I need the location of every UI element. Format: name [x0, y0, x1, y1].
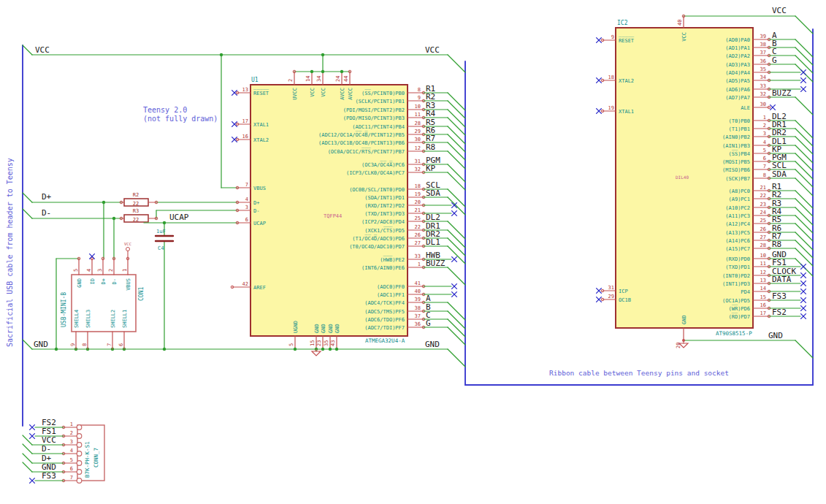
net-label[interactable]: G — [772, 56, 777, 65]
pin-name: SHELL3 — [85, 310, 91, 328]
net-label[interactable]: DL1 — [426, 237, 440, 247]
bus-entry — [795, 215, 813, 233]
pin-number: 13 — [760, 278, 766, 283]
pin-number: 11 — [415, 112, 421, 118]
pin-name: (T1/O̅C̅4̅D̅/ADC9)PD6 — [352, 234, 405, 241]
bus-entry — [23, 462, 32, 472]
bus-entry — [448, 238, 465, 256]
pin-name: (ADC6/TDO)PF6 — [364, 317, 405, 323]
junction-dot — [163, 221, 166, 224]
pin-number: 22 — [760, 193, 766, 199]
pin-name: UGND — [293, 321, 299, 333]
pin-name: (OC3A/O̅C̅4̅A̅)PC6 — [362, 161, 405, 167]
bus-entry — [795, 161, 813, 179]
bus-entry — [448, 134, 465, 152]
pin-name: (A11)PC3 — [725, 213, 750, 219]
pin-number: 34 — [760, 75, 766, 80]
note-usb-cable: Sacrificial USB cable from header to Tee… — [6, 158, 14, 347]
pin-name: (PDO/MISO/PCINT3)PB3 — [343, 115, 405, 121]
pin-number: 14 — [305, 76, 311, 82]
pin-number: 26 — [760, 226, 766, 232]
pin-number: 2 — [288, 79, 294, 82]
conn7-value[interactable]: B7K-PH-K-S1 — [84, 441, 91, 478]
pin-name: (AD0)PA0 — [725, 37, 750, 43]
bus-entry — [448, 151, 465, 169]
net-label[interactable]: D- — [42, 208, 51, 218]
vcc-symbol — [126, 248, 130, 251]
ic2-ref[interactable]: IC2 — [617, 20, 628, 26]
c4-ref[interactable]: C4 — [158, 245, 164, 251]
net-label[interactable]: FS3 — [42, 471, 56, 481]
pin-number: 5 — [288, 343, 294, 346]
net-label[interactable]: DATA — [772, 275, 792, 284]
r3-ref[interactable]: R3 — [133, 208, 139, 214]
pin-pad — [77, 434, 82, 439]
pin-number: 32 — [760, 91, 766, 97]
pin-number: 12 — [415, 145, 421, 151]
pin-number: 29 — [608, 294, 614, 299]
pin-name: GND — [681, 315, 687, 324]
pin-number: 30 — [415, 137, 421, 142]
pin-number: 27 — [415, 240, 421, 246]
net-label[interactable]: VCC — [35, 45, 50, 55]
pin-name: (ADC5/TMS)PF5 — [364, 309, 405, 315]
pin-number: 38 — [415, 305, 421, 311]
wire — [448, 55, 465, 72]
net-label[interactable]: SDA — [426, 188, 440, 198]
net-label[interactable]: R8 — [426, 142, 435, 152]
net-label[interactable]: G — [426, 318, 431, 328]
pin-pad — [77, 451, 82, 457]
conn7-ref[interactable]: CONN_7 — [93, 448, 99, 467]
bus-entry — [23, 454, 32, 463]
ic2-value[interactable]: AT90S8515-P — [716, 330, 752, 337]
pin-name: (AD4)PA4 — [725, 70, 750, 76]
pin-name: D+ — [101, 278, 107, 284]
bus-entry — [448, 110, 465, 127]
pin-number: 2 — [108, 269, 114, 272]
net-label[interactable]: FS3 — [772, 291, 787, 301]
net-label[interactable]: BUZZ — [426, 259, 445, 268]
net-label[interactable]: GND — [768, 331, 783, 340]
pin-name: (A8)PC0 — [728, 188, 750, 194]
pin-number: 35 — [760, 66, 766, 72]
net-label[interactable]: GND — [425, 340, 440, 349]
pin-number: 43 — [330, 340, 336, 346]
pin-number: 30 — [760, 102, 766, 107]
bus-entry — [448, 118, 465, 135]
net-label[interactable]: R8 — [772, 240, 781, 249]
net-label[interactable]: KP — [426, 164, 436, 173]
r2-ref[interactable]: R2 — [133, 192, 139, 198]
bus-entry — [23, 435, 32, 445]
pin-number: 5 — [73, 269, 79, 272]
pin-number: 35 — [324, 340, 329, 346]
net-label[interactable]: VCC — [772, 6, 787, 15]
pin-number: 11 — [760, 261, 766, 267]
pin-number: 17 — [242, 118, 248, 124]
pin-number: 9 — [70, 343, 76, 346]
u1-value[interactable]: ATMEGA32U4-A — [365, 337, 405, 344]
net-label[interactable]: UCAP — [169, 213, 189, 222]
pin-name: (AIN1)PB3 — [722, 143, 750, 149]
pin-number: 6 — [245, 217, 248, 223]
pin-number: 7 — [70, 475, 73, 481]
pin-name: (OC1A)PD5 — [722, 298, 750, 304]
pin-name: (ADC0)PF0 — [377, 284, 405, 290]
net-label[interactable]: GND — [34, 340, 48, 349]
net-label[interactable]: BUZZ — [772, 88, 792, 98]
net-label[interactable]: SDA — [772, 169, 787, 179]
junction-dot — [340, 70, 343, 73]
net-label[interactable]: D- — [42, 444, 51, 454]
pin-pad — [77, 443, 82, 448]
pin-number: 9 — [418, 95, 421, 101]
con1-ref[interactable]: CON1 — [138, 287, 145, 301]
net-label[interactable]: FS2 — [772, 308, 787, 317]
u1-ref[interactable]: U1 — [251, 77, 259, 83]
net-label[interactable]: VCC — [425, 45, 440, 55]
wire — [23, 45, 32, 55]
con1-value[interactable]: USB-MINI-B — [61, 292, 67, 327]
pin-number: 1 — [763, 115, 766, 121]
pin-name: D- — [253, 208, 259, 214]
junction-dot — [102, 201, 105, 204]
bus-entry — [448, 142, 465, 160]
net-label[interactable]: D+ — [42, 192, 52, 202]
